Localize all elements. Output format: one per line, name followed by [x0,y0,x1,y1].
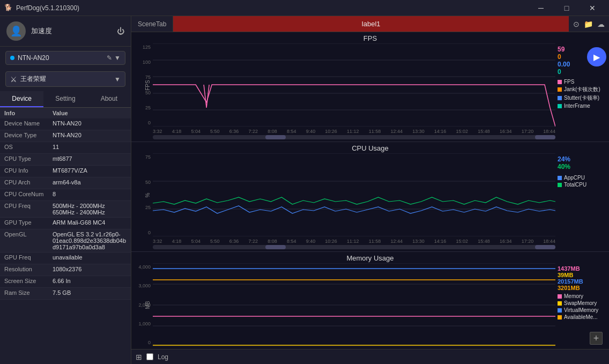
info-row-key: CPU Arch [4,179,53,187]
info-row-key: Device Name [4,120,53,128]
virtual-memory-value: 20157MB [558,278,607,285]
scene-header: SceneTab label1 ⊙ 📁 ☁ [131,16,609,32]
info-row-key: Device Type [4,132,53,140]
info-row-key: CPU CoreNum [4,191,53,199]
add-chart-button[interactable]: + [590,332,603,345]
available-memory-value: 3201MB [558,285,607,291]
avatar: 👤 [6,21,26,41]
scene-tab-label[interactable]: SceneTab [131,16,173,32]
jank-legend-label: Jank(卡顿次数) [564,86,600,93]
info-row: CPU Archarm64-v8a [0,177,131,189]
log-checkbox[interactable] [146,353,153,360]
cpu-chart-svg [153,153,555,236]
header-icons: ⊙ 📁 ☁ [569,16,609,32]
device-status-dot [10,56,14,60]
expand-button[interactable]: ⊞ [136,353,142,361]
info-row: CPU Typemt6877 [0,154,131,166]
stutter-legend: Stutter(卡顿率) [558,94,607,102]
memory-chart-section: Memory Usage 4,000 3,000 2,000 1,000 0 M… [131,252,609,349]
info-row-val: 1080x2376 [53,266,127,274]
info-rows-container: Device NameNTN-AN20Device TypeNTN-AN20OS… [0,118,131,300]
device-edit-button[interactable]: ✎ [107,54,112,62]
info-row: OS11 [0,142,131,154]
charts-container: FPS 125 100 75 50 25 0 FPS [131,32,609,349]
folder-icon-button[interactable]: 📁 [584,20,593,28]
sidebar: 👤 加速度 ⏻ NTN-AN20 ✎ ▼ ⚔ 王者荣耀 ▼ Device Set… [0,16,131,364]
tab-device[interactable]: Device [0,91,43,107]
info-row-val: NTN-AN20 [53,132,127,140]
memory-value: 1437MB [558,265,607,272]
minimize-button[interactable]: ─ [529,0,553,16]
virtual-legend: VirtualMemory [558,307,607,313]
power-icon[interactable]: ⏻ [117,27,124,35]
app-cpu-value: 24% [558,155,607,163]
settings-icon-button[interactable]: ⊙ [573,20,580,28]
fps-x-axis: 3:324:185:045:506:367:228:088:549:4010:2… [153,128,555,135]
swap-legend-label: SwapMemory [564,300,597,306]
appcpu-legend: AppCPU [558,175,607,181]
tab-about[interactable]: About [87,91,131,107]
device-dropdown-button[interactable]: ▼ [114,54,121,62]
info-row: CPU CoreNum8 [0,189,131,201]
app-game-icon: ⚔ [10,75,17,84]
info-row: CPU Freq500MHz - 2000MHz 650MHz - 2400MH… [0,201,131,218]
cpu-scrollbar[interactable] [153,245,555,249]
info-row: Device TypeNTN-AN20 [0,130,131,142]
info-row-val: 6.66 In [53,278,127,286]
cloud-icon-button[interactable]: ☁ [597,20,605,28]
fps-scrollbar[interactable] [153,135,555,139]
info-row-val: 7.5 GB [53,289,127,298]
stutter-legend-label: Stutter(卡顿率) [564,94,599,102]
info-row-val: 8 [53,191,127,199]
memory-chart-title: Memory Usage [131,254,609,262]
close-button[interactable]: ✕ [580,0,605,16]
info-row-key: CPU Type [4,155,53,164]
app-dropdown-button[interactable]: ▼ [114,76,121,83]
info-row-key: CPU Info [4,167,53,175]
tab-setting[interactable]: Setting [43,91,87,107]
info-row: Resolution1080x2376 [0,264,131,276]
device-selector[interactable]: NTN-AN20 ✎ ▼ [5,51,125,65]
info-row: Screen Size6.66 In [0,276,131,288]
log-label[interactable]: Log [158,353,168,361]
info-row-key: Screen Size [4,278,53,286]
info-row-val: unavailable [53,254,127,262]
swap-legend: SwapMemory [558,300,607,306]
total-cpu-value: 40% [558,163,607,170]
info-row: GPU Frequnavailable [0,252,131,264]
info-row-val: 500MHz - 2000MHz 650MHz - 2400MHz [53,203,127,216]
interframe-legend: InterFrame [558,103,607,109]
maximize-button[interactable]: □ [554,0,579,16]
app-selector[interactable]: ⚔ 王者荣耀 ▼ [5,71,125,87]
profile-name: 加速度 [31,26,52,36]
fps-chart-svg [153,43,555,127]
col-header-info: Info [4,110,53,116]
app-icon: 🐕 [4,4,13,12]
swap-memory-value: 39MB [558,272,607,278]
cpu-x-axis: 3:324:185:045:506:367:228:088:549:4010:2… [153,237,555,245]
label1-area[interactable]: label1 [173,16,569,32]
jank-legend: Jank(卡顿次数) [558,86,607,93]
col-header-value: Value [53,110,127,116]
play-button[interactable]: ▶ [587,47,606,66]
totalcpu-legend: TotalCPU [558,182,607,188]
info-row-val: ARM Mali-G68 MC4 [53,219,127,227]
info-row-val: 11 [53,144,127,152]
main-layout: 👤 加速度 ⏻ NTN-AN20 ✎ ▼ ⚔ 王者荣耀 ▼ Device Set… [0,16,609,364]
appcpu-legend-label: AppCPU [564,175,585,181]
info-row-key: CPU Freq [4,203,53,216]
info-row-key: GPU Type [4,219,53,227]
info-row-key: OpenGL [4,231,53,250]
info-row-key: OS [4,144,53,152]
info-row: Ram Size7.5 GB [0,288,131,300]
virtual-legend-label: VirtualMemory [564,307,598,313]
interframe-value: 0 [558,68,607,76]
info-row-key: GPU Freq [4,254,53,262]
fps-chart-title: FPS [131,34,609,42]
content-area: SceneTab label1 ⊙ 📁 ☁ FPS 125 100 75 50 … [131,16,609,364]
window-controls: ─ □ ✕ [529,0,605,16]
info-row: CPU InfoMT6877V/ZA [0,166,131,177]
cpu-chart-title: CPU Usage [131,144,609,152]
fps-legend-label: FPS [564,79,574,85]
info-row: Device NameNTN-AN20 [0,118,131,130]
